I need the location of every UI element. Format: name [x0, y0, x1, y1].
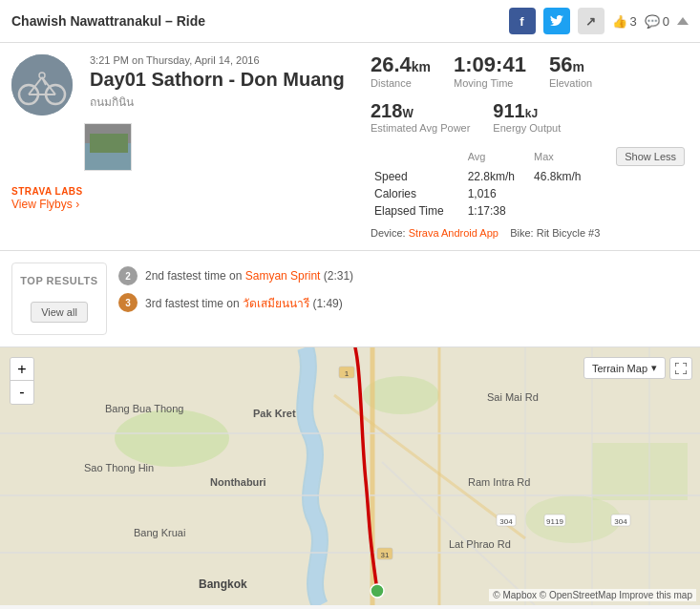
- svg-text:Ram Intra Rd: Ram Intra Rd: [468, 476, 530, 488]
- moving-time-label: Moving Time: [454, 77, 526, 89]
- twitter-button[interactable]: [543, 8, 570, 34]
- device-link[interactable]: Strava Android App: [409, 227, 498, 239]
- elevation-value: 56m: [549, 54, 592, 75]
- elevation-stat: 56m Elevation: [549, 54, 592, 89]
- svg-text:Bang Kruai: Bang Kruai: [134, 527, 185, 538]
- elapsed-value: 1:17:38: [464, 202, 530, 220]
- activity-header: 3:21 PM on Thursday, April 14, 2016 Day0…: [11, 54, 355, 116]
- svg-text:Lat Phrao Rd: Lat Phrao Rd: [449, 538, 511, 550]
- segment-link-2[interactable]: วัดเสมียนนารี: [243, 297, 309, 310]
- flyby-link[interactable]: View Flybys ›: [11, 198, 79, 211]
- right-panel: 26.4km Distance 1:09:41 Moving Time 56m …: [371, 54, 689, 239]
- svg-text:1: 1: [345, 369, 350, 378]
- moving-time-stat: 1:09:41 Moving Time: [454, 54, 526, 89]
- svg-point-14: [525, 495, 621, 543]
- collapse-button[interactable]: [677, 17, 689, 25]
- facebook-button[interactable]: f: [509, 8, 536, 34]
- segment-link-1[interactable]: Samyan Sprint: [245, 269, 321, 283]
- energy-stat: 911kJ Energy Output: [493, 100, 561, 134]
- page-title: Chawish Nawattranakul – Ride: [11, 13, 205, 29]
- header: Chawish Nawattranakul – Ride f ↗ 👍3 💬0: [0, 0, 700, 43]
- col-header-avg: Avg: [464, 145, 530, 168]
- device-label: Device:: [371, 227, 406, 239]
- activity-photo: [84, 123, 132, 171]
- svg-rect-10: [90, 134, 128, 153]
- distance-label: Distance: [371, 77, 431, 89]
- stats-row-1: 26.4km Distance 1:09:41 Moving Time 56m …: [371, 54, 689, 89]
- comment-count: 💬0: [645, 14, 669, 29]
- results-list: 2 2nd fastest time on Samyan Sprint (2:3…: [118, 262, 689, 312]
- stats-row-2: 218W Estimated Avg Power 911kJ Energy Ou…: [371, 100, 689, 134]
- power-label: Estimated Avg Power: [371, 122, 470, 134]
- svg-text:Sai Mai Rd: Sai Mai Rd: [487, 391, 539, 403]
- calories-row: Calories 1,016: [371, 185, 689, 202]
- energy-value: 911kJ: [493, 100, 561, 122]
- power-stat: 218W Estimated Avg Power: [371, 100, 470, 134]
- map-area: Bang Bua Thong Pak Kret Sao Thong Hin No…: [0, 347, 700, 605]
- bike-label: Bike:: [510, 227, 533, 239]
- device-info: Device: Strava Android App Bike: Rit Bic…: [371, 227, 689, 239]
- result-item-2: 3 3rd fastest time on วัดเสมียนนารี (1:4…: [118, 293, 689, 312]
- calories-value: 1,016: [464, 185, 530, 202]
- distance-value: 26.4km: [371, 54, 431, 75]
- distance-stat: 26.4km Distance: [371, 54, 431, 89]
- share-button[interactable]: ↗: [578, 8, 605, 34]
- result-text-2: 3rd fastest time on วัดเสมียนนารี (1:49): [145, 294, 343, 312]
- top-results-box: TOP RESULTS View all: [11, 262, 107, 335]
- avatar: [11, 54, 73, 116]
- medal-bronze-2: 3: [118, 293, 138, 312]
- elapsed-label: Elapsed Time: [371, 202, 464, 220]
- bottom-area: TOP RESULTS View all 2 2nd fastest time …: [0, 251, 700, 347]
- medal-silver-1: 2: [118, 266, 138, 285]
- left-panel: 3:21 PM on Thursday, April 14, 2016 Day0…: [11, 54, 355, 239]
- map-zoom-controls: + -: [10, 357, 34, 405]
- detail-table: Avg Max Show Less Speed 22.8km/h 46.8km/…: [371, 145, 689, 220]
- view-all-button[interactable]: View all: [31, 302, 88, 323]
- speed-avg: 22.8km/h: [464, 168, 530, 185]
- map-attribution: © Mapbox © OpenStreetMap Improve this ma…: [489, 589, 696, 601]
- show-less-button[interactable]: Show Less: [616, 147, 685, 166]
- route-start: [371, 584, 384, 598]
- speed-label: Speed: [371, 168, 464, 185]
- svg-text:304: 304: [614, 517, 627, 526]
- moving-time-value: 1:09:41: [454, 54, 526, 75]
- svg-text:9119: 9119: [546, 517, 563, 526]
- zoom-in-button[interactable]: +: [11, 358, 33, 381]
- show-less-cell: Show Less: [596, 145, 689, 168]
- strava-labs: STRAVA LABS View Flybys ›: [11, 186, 355, 211]
- fullscreen-button[interactable]: [669, 357, 692, 380]
- svg-text:304: 304: [499, 517, 513, 526]
- elevation-label: Elevation: [549, 77, 592, 89]
- map-svg: Bang Bua Thong Pak Kret Sao Thong Hin No…: [0, 347, 700, 605]
- svg-text:31: 31: [381, 551, 390, 559]
- activity-location: ถนมกินิน: [90, 93, 355, 111]
- activity-name: Day01 Sathorn - Don Muang: [90, 68, 355, 91]
- like-count: 👍3: [612, 14, 637, 29]
- result-item-1: 2 2nd fastest time on Samyan Sprint (2:3…: [118, 266, 689, 285]
- svg-rect-15: [592, 443, 688, 500]
- result-text-1: 2nd fastest time on Samyan Sprint (2:31): [145, 269, 353, 283]
- svg-text:Pak Kret: Pak Kret: [253, 408, 296, 419]
- calories-label: Calories: [371, 185, 464, 202]
- col-header-empty: [371, 145, 464, 168]
- svg-text:Bang Bua Thong: Bang Bua Thong: [105, 403, 183, 414]
- map-type-button[interactable]: Terrain Map ▾: [583, 357, 666, 379]
- main-content: 3:21 PM on Thursday, April 14, 2016 Day0…: [0, 43, 700, 251]
- bike-value: Rit Bicycle #3: [537, 227, 601, 239]
- svg-text:Sao Thong Hin: Sao Thong Hin: [84, 462, 154, 473]
- avatar-wrap: [11, 54, 78, 116]
- speed-row: Speed 22.8km/h 46.8km/h: [371, 168, 689, 185]
- power-value: 218W: [371, 100, 470, 122]
- activity-info: 3:21 PM on Thursday, April 14, 2016 Day0…: [90, 54, 355, 111]
- svg-point-12: [115, 410, 229, 467]
- svg-rect-0: [11, 54, 73, 116]
- elapsed-row: Elapsed Time 1:17:38: [371, 202, 689, 220]
- energy-label: Energy Output: [493, 122, 561, 134]
- svg-text:Bangkok: Bangkok: [199, 578, 247, 591]
- header-actions: f ↗ 👍3 💬0: [509, 8, 689, 34]
- chevron-down-icon: ▾: [651, 362, 657, 374]
- zoom-out-button[interactable]: -: [11, 381, 33, 404]
- map-type-label: Terrain Map: [592, 363, 647, 374]
- activity-date: 3:21 PM on Thursday, April 14, 2016: [90, 54, 355, 66]
- svg-text:Nonthaburi: Nonthaburi: [210, 476, 266, 488]
